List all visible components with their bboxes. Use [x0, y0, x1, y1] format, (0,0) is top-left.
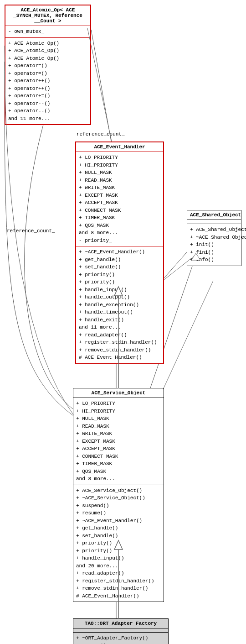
diagram-container: ACE_Atomic_Op< ACE _SYNCH_MUTEX, Referen…: [0, 0, 246, 644]
service-object-section1: + LO_PRIORITY + HI_PRIORITY + NULL_MASK …: [73, 398, 164, 485]
reference-count-label-left: reference_count_: [7, 228, 55, 234]
ort-adapter-section1: [73, 628, 168, 633]
event-handler-box: ACE_Event_Handler + LO_PRIORITY + HI_PRI…: [75, 141, 164, 364]
ort-adapter-title: TAO::ORT_Adapter_Factory: [73, 619, 168, 628]
atomic-op-section2: + ACE_Atomic_Op() + ACE_Atomic_Op() + AC…: [5, 38, 90, 125]
service-object-title: ACE_Service_Object: [73, 388, 164, 398]
atomic-op-box: ACE_Atomic_Op< ACE _SYNCH_MUTEX, Referen…: [5, 5, 91, 125]
shared-object-section2: + ACE_Shared_Object() + ~ACE_Shared_Obje…: [187, 224, 241, 266]
ort-adapter-section2: + ~ORT_Adapter_Factory() + create() + de…: [73, 633, 168, 644]
atomic-op-section1: - own_mutex_: [5, 26, 90, 38]
shared-object-box: ACE_Shared_Object + ACE_Shared_Object() …: [187, 210, 241, 266]
svg-line-0: [91, 30, 112, 144]
shared-object-section1: [187, 220, 241, 224]
event-handler-title: ACE_Event_Handler: [76, 142, 163, 152]
service-object-section2: + ACE_Service_Object() + ~ACE_Service_Ob…: [73, 485, 164, 602]
ort-adapter-factory-box: TAO::ORT_Adapter_Factory + ~ORT_Adapter_…: [73, 618, 169, 644]
event-handler-section1: + LO_PRIORITY + HI_PRIORITY + NULL_MASK …: [76, 152, 163, 246]
service-object-box: ACE_Service_Object + LO_PRIORITY + HI_PR…: [73, 388, 164, 602]
svg-line-11: [163, 281, 213, 389]
atomic-op-title: ACE_Atomic_Op< ACE _SYNCH_MUTEX, Referen…: [5, 5, 90, 26]
atomic-op-field-1: - own_mutex_: [8, 28, 87, 36]
event-handler-section2: + ~ACE_Event_Handler() + get_handle() + …: [76, 246, 163, 363]
reference-count-label-top: reference_count_: [77, 131, 125, 137]
shared-object-title: ACE_Shared_Object: [187, 210, 241, 220]
